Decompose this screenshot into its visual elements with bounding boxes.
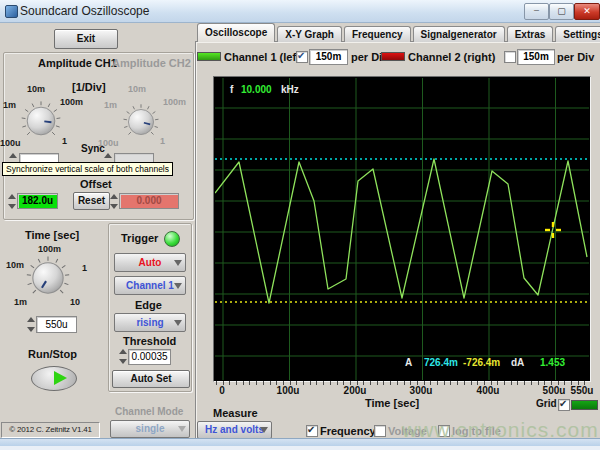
- window-bottom-border-outer: [0, 446, 600, 450]
- per-div-label-2: per Div: [557, 51, 594, 63]
- tab-extras[interactable]: Extras: [507, 26, 554, 42]
- chevron-down-icon: [174, 260, 182, 266]
- sync-tooltip: Synchronize vertical scale of both chann…: [2, 162, 173, 176]
- channel-mode-value: single: [136, 423, 165, 434]
- app-window: Soundcard Oszilloscope Exit Amplitude CH…: [0, 0, 600, 450]
- trigger-source-dropdown[interactable]: Channel 1: [114, 276, 186, 295]
- freq-unit: kHz: [281, 84, 299, 95]
- close-button[interactable]: [574, 3, 600, 20]
- time-scale-100m: 100m: [38, 244, 61, 254]
- amplitude-min-value: -726.4m: [463, 357, 500, 368]
- trigger-mode-dropdown[interactable]: Auto: [114, 253, 186, 272]
- measure-title: Measure: [213, 407, 258, 419]
- app-icon: [5, 5, 18, 18]
- measure-mode-dropdown[interactable]: Hz and volts: [197, 421, 272, 439]
- amplitude-ch2-title: Amplitude CH2: [112, 57, 191, 69]
- threshold-field[interactable]: 0.00035: [128, 349, 171, 365]
- time-field[interactable]: 550u: [36, 316, 77, 333]
- window-title: Soundcard Oszilloscope: [20, 4, 149, 18]
- channel2-label: Channel 2 (right): [408, 51, 495, 63]
- time-title: Time [sec]: [25, 229, 79, 241]
- ch1-scale-100m: 100m: [60, 97, 83, 107]
- x-tick-200u: 200u: [344, 385, 367, 396]
- measure-mode-value: Hz and volts: [205, 424, 264, 435]
- chevron-down-icon: [174, 320, 182, 326]
- offset-reset-button[interactable]: Reset: [73, 192, 110, 210]
- tab-frequency[interactable]: Frequency: [344, 26, 411, 42]
- x-tick-500u: 500u: [543, 385, 566, 396]
- time-knob[interactable]: [25, 255, 71, 301]
- ch2-scale-1: 1: [160, 136, 165, 146]
- time-spinner[interactable]: [27, 317, 35, 332]
- ch2-offset-spinner[interactable]: [110, 194, 118, 209]
- channel1-label: Channel 1 (left): [224, 51, 303, 63]
- channel2-color-swatch: [381, 52, 405, 61]
- minimize-button[interactable]: [524, 3, 549, 20]
- scope-display[interactable]: f 10.000 kHz A 726.4m -726.4m dA 1.453: [213, 76, 591, 382]
- tab-oscilloscope[interactable]: Oscilloscope: [197, 23, 275, 42]
- threshold-label: Threshold: [123, 335, 176, 347]
- channel-mode-dropdown[interactable]: single: [110, 420, 190, 438]
- grid-checkbox[interactable]: [558, 399, 570, 411]
- threshold-spinner[interactable]: [119, 349, 127, 364]
- chevron-down-icon: [174, 283, 182, 289]
- exit-button[interactable]: Exit: [54, 29, 118, 49]
- amplitude-ch1-title: Amplitude CH1: [38, 57, 117, 69]
- offset-label: Offset: [80, 178, 112, 190]
- x-tick-550u: 550u: [571, 385, 594, 396]
- waveform-plot[interactable]: [215, 78, 589, 380]
- play-icon: [54, 371, 67, 385]
- time-scale-10: 10: [70, 297, 80, 307]
- ch2-scale-1m: 1m: [104, 100, 117, 110]
- run-stop-label: Run/Stop: [28, 348, 77, 360]
- tab-strip: Oscilloscope X-Y Graph Frequency Signalg…: [197, 24, 600, 42]
- tab-signalgenerator[interactable]: Signalgenerator: [413, 26, 505, 42]
- grid-color-swatch: [571, 400, 598, 410]
- run-stop-button[interactable]: [31, 366, 77, 391]
- ch2-offset-field[interactable]: 0.000: [119, 193, 179, 209]
- amplitude-max-value: 726.4m: [424, 357, 458, 368]
- channel2-scale-field[interactable]: 150m: [517, 49, 555, 65]
- channel2-scale-checkbox[interactable]: [504, 51, 516, 63]
- channel-mode-label: Channel Mode: [115, 406, 183, 417]
- x-axis-ticks: [216, 381, 588, 385]
- watermark-text: www.cntronics.com: [402, 418, 599, 442]
- delta-amplitude-label: dA: [511, 357, 524, 368]
- tab-xy-graph[interactable]: X-Y Graph: [277, 26, 342, 42]
- ch1-scale-100u: 100u: [0, 138, 21, 148]
- tab-settings[interactable]: Settings: [555, 26, 600, 42]
- time-scale-1: 1: [82, 263, 87, 273]
- sync-label: Sync: [81, 143, 105, 154]
- frequency-label: Frequency: [320, 425, 376, 437]
- trigger-source-value: Channel 1: [126, 280, 174, 291]
- time-scale-10m: 10m: [6, 260, 24, 270]
- voltage-checkbox[interactable]: [374, 425, 386, 437]
- edge-label: Edge: [135, 299, 162, 311]
- ch1-scale-1m: 1m: [3, 100, 16, 110]
- x-tick-0: 0: [219, 385, 225, 396]
- auto-set-button[interactable]: Auto Set: [112, 370, 190, 388]
- maximize-button[interactable]: [549, 3, 574, 20]
- amplitude-ch1-knob[interactable]: [20, 100, 62, 142]
- ch2-scale-100m: 100m: [163, 97, 186, 107]
- ch2-scale-10m: 10m: [128, 84, 146, 94]
- copyright-text: © 2012 C. Zeitnitz V1.41: [1, 422, 100, 438]
- title-bar[interactable]: Soundcard Oszilloscope: [0, 0, 600, 23]
- amplitude-ch2-knob[interactable]: [122, 103, 160, 141]
- ch1-offset-spinner[interactable]: [8, 194, 16, 209]
- trigger-mode-value: Auto: [139, 257, 162, 268]
- delta-amplitude-value: 1.453: [540, 357, 565, 368]
- chevron-down-icon: [260, 427, 268, 433]
- frequency-checkbox[interactable]: [306, 425, 318, 437]
- channel1-scale-checkbox[interactable]: [296, 51, 308, 63]
- x-tick-300u: 300u: [410, 385, 433, 396]
- trigger-edge-dropdown[interactable]: rising: [114, 313, 186, 332]
- channel1-color-swatch: [197, 52, 221, 61]
- amplitude-meas-label: A: [405, 357, 412, 368]
- x-tick-400u: 400u: [477, 385, 500, 396]
- freq-label: f: [230, 84, 233, 95]
- freq-value: 10.000: [241, 84, 272, 95]
- channel1-scale-field[interactable]: 150m: [309, 49, 348, 65]
- ch1-offset-field[interactable]: 182.0u: [17, 193, 58, 209]
- ch1-scale-1: 1: [62, 136, 67, 146]
